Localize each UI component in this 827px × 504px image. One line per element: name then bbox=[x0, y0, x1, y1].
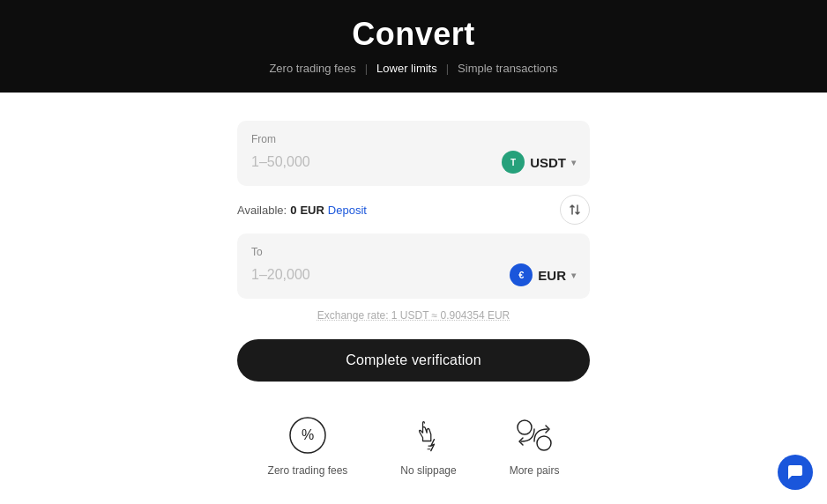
chat-button[interactable] bbox=[778, 455, 813, 490]
chat-icon bbox=[786, 463, 804, 481]
feature-more-pairs: More pairs bbox=[510, 413, 560, 477]
main-content: From 1–50,000 T USDT ▾ Available: 0 EUR … bbox=[0, 93, 827, 503]
page-title: Convert bbox=[0, 16, 827, 53]
from-label: From bbox=[251, 133, 576, 145]
deposit-link[interactable]: Deposit bbox=[328, 204, 367, 217]
tx-text: Simple transactions bbox=[458, 62, 557, 75]
fee-text: Zero trading fees bbox=[269, 62, 355, 75]
to-chevron-down-icon: ▾ bbox=[571, 271, 576, 280]
available-currency: EUR bbox=[300, 204, 324, 217]
from-box: From 1–50,000 T USDT ▾ bbox=[237, 121, 590, 186]
from-currency-selector[interactable]: T USDT ▾ bbox=[502, 151, 576, 174]
usdt-icon: T bbox=[502, 151, 525, 174]
header-subtitle: Zero trading fees | Lower limits | Simpl… bbox=[0, 62, 827, 75]
available-amount: 0 bbox=[290, 204, 296, 217]
chevron-down-icon: ▾ bbox=[571, 158, 576, 167]
features-row: % Zero trading fees No slippage bbox=[18, 413, 809, 477]
feature-no-slippage: No slippage bbox=[400, 413, 456, 477]
more-pairs-label: More pairs bbox=[510, 464, 560, 477]
exchange-rate: Exchange rate: 1 USDT ≈ 0.904354 EUR bbox=[237, 309, 590, 322]
swap-button[interactable] bbox=[560, 195, 590, 225]
eur-icon: € bbox=[510, 263, 533, 286]
svg-text:%: % bbox=[302, 427, 314, 442]
from-input-row: 1–50,000 T USDT ▾ bbox=[251, 151, 576, 174]
from-value[interactable]: 1–50,000 bbox=[251, 154, 310, 170]
zero-fees-icon: % bbox=[286, 413, 330, 457]
more-pairs-icon bbox=[512, 413, 556, 457]
to-input-row: 1–20,000 € EUR ▾ bbox=[251, 263, 576, 286]
to-label: To bbox=[251, 246, 576, 258]
to-box: To 1–20,000 € EUR ▾ bbox=[237, 233, 590, 299]
to-currency-label: EUR bbox=[538, 268, 566, 283]
feature-zero-fees: % Zero trading fees bbox=[268, 413, 348, 477]
svg-point-5 bbox=[537, 436, 551, 450]
available-row: Available: 0 EUR Deposit bbox=[237, 195, 590, 225]
separator-2: | bbox=[446, 62, 449, 75]
to-currency-selector[interactable]: € EUR ▾ bbox=[510, 263, 576, 286]
convert-card: From 1–50,000 T USDT ▾ Available: 0 EUR … bbox=[237, 121, 590, 382]
header: Convert Zero trading fees | Lower limits… bbox=[0, 0, 827, 93]
svg-point-4 bbox=[518, 420, 532, 434]
from-currency-label: USDT bbox=[530, 155, 566, 170]
to-value[interactable]: 1–20,000 bbox=[251, 267, 310, 283]
no-slippage-label: No slippage bbox=[400, 464, 456, 477]
complete-verification-button[interactable]: Complete verification bbox=[237, 339, 590, 382]
zero-fees-label: Zero trading fees bbox=[268, 464, 348, 477]
limits-text: Lower limits bbox=[376, 62, 437, 75]
swap-icon bbox=[568, 203, 582, 217]
available-text: Available: bbox=[237, 204, 287, 217]
available-left: Available: 0 EUR Deposit bbox=[237, 204, 367, 217]
separator-1: | bbox=[365, 62, 368, 75]
no-slippage-icon bbox=[406, 413, 451, 457]
